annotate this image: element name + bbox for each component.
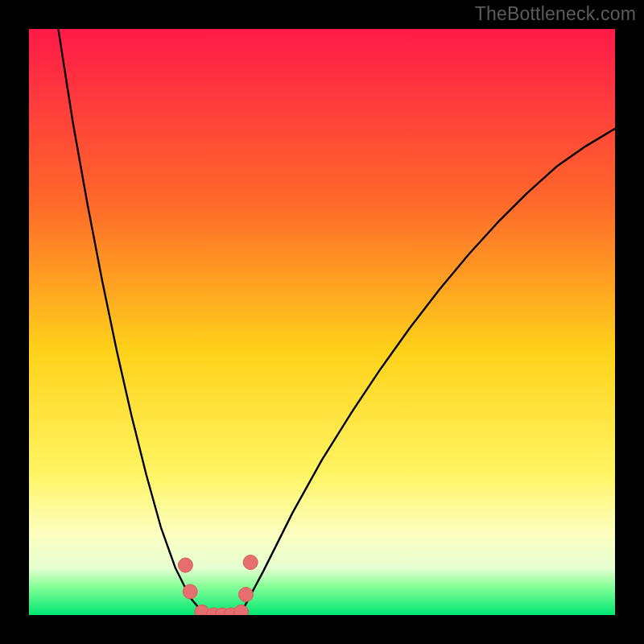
data-point-marker — [183, 584, 197, 599]
data-point-marker — [178, 558, 192, 572]
watermark-text: TheBottleneck.com — [475, 3, 636, 25]
data-point-marker — [234, 605, 249, 615]
plot-area — [29, 29, 615, 615]
outer-frame: TheBottleneck.com — [0, 0, 644, 644]
data-point-marker — [243, 555, 258, 570]
data-point-marker — [238, 588, 253, 602]
data-point-markers — [29, 29, 615, 615]
